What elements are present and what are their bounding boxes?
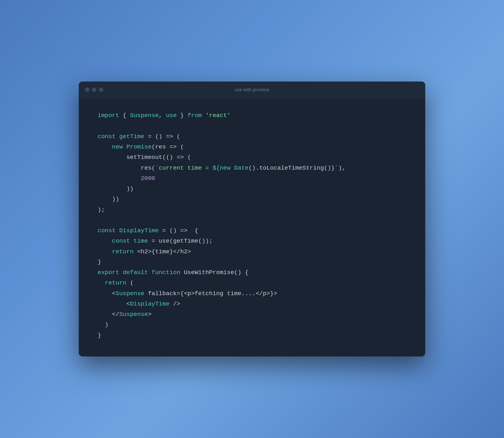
close-button[interactable] [85,87,89,92]
code-line: import { Suspense, use } from 'react' [98,110,406,121]
code-line: export default function UseWithPromise()… [98,267,406,278]
code-line: } [98,257,406,267]
code-editor: import { Suspense, use } from 'react' co… [79,98,425,357]
code-line: const DisplayTime = () => { [98,226,406,236]
code-line: } [98,330,406,341]
titlebar: use with promise [79,81,425,98]
code-line: res(`current time = ${new Date().toLocal… [98,163,406,173]
code-line: const getTime = () => ( [98,132,406,142]
code-line: new Promise(res => ( [98,142,406,152]
code-line: ) [98,320,406,330]
code-line: <Suspense fallback={<p>fetching time....… [98,289,406,299]
code-line: return ( [98,278,406,288]
code-line: setTimeout(() => ( [98,152,406,163]
blank-line [98,215,406,226]
traffic-lights [85,87,103,92]
code-line: 2000 [98,173,406,184]
code-line: ); [98,205,406,215]
code-line: </Suspense> [98,309,406,320]
code-line: const time = use(getTime()); [98,236,406,246]
code-line: )) [98,184,406,194]
code-line: )) [98,194,406,205]
window-title: use with promise [235,87,269,92]
maximize-button[interactable] [99,87,103,92]
minimize-button[interactable] [92,87,96,92]
blank-line [98,121,406,132]
code-line: <DisplayTime /> [98,299,406,309]
code-line: return <h2>{time}</h2> [98,247,406,257]
code-window: use with promise import { Suspense, use … [79,81,425,357]
